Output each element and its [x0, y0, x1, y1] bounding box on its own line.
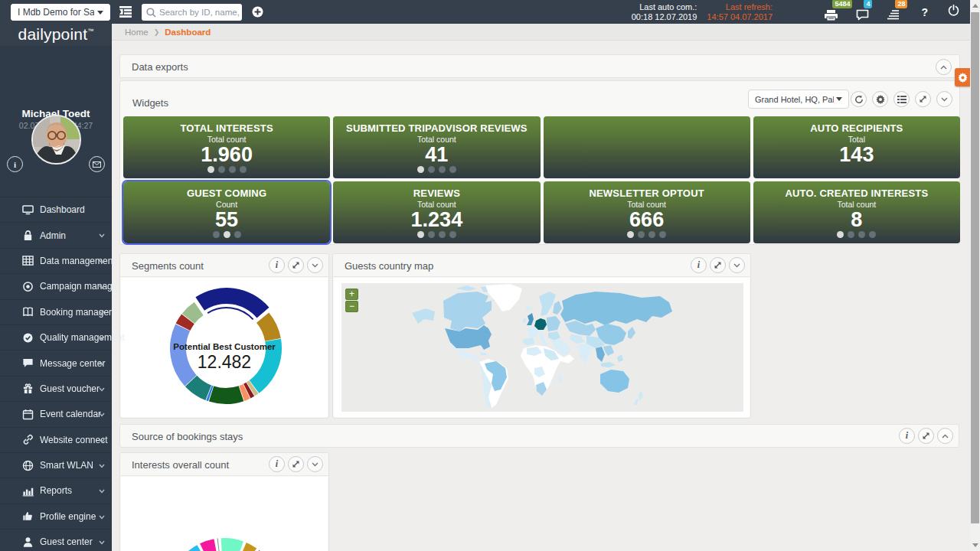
segments-info-button[interactable]: i [269, 257, 285, 273]
bookings-info-button[interactable]: i [899, 428, 915, 444]
carousel-dot[interactable] [439, 231, 446, 238]
interests-expand-button[interactable] [288, 456, 304, 472]
carousel-dot[interactable] [428, 166, 435, 173]
carousel-dot[interactable] [449, 231, 456, 238]
sidebar-item-guest-voucher[interactable]: Guest voucher [0, 377, 112, 402]
carousel-dot[interactable] [848, 231, 854, 238]
help-button[interactable]: ? [921, 6, 928, 18]
sidebar-item-data-management[interactable]: Data management [0, 249, 112, 274]
data-exports-collapse-button[interactable] [936, 59, 952, 75]
settings-tab-button[interactable] [955, 68, 970, 86]
donut-slice-slice-18[interactable] [200, 539, 217, 551]
sidebar-item-website-connect[interactable]: Website connect [0, 428, 112, 453]
carousel-dot[interactable] [659, 231, 666, 238]
sidebar-item-admin[interactable]: Admin [0, 223, 112, 248]
carousel-dot[interactable] [837, 231, 844, 238]
widget-card-total-interests[interactable]: TOTAL INTERESTSTotal count1.960 [123, 116, 330, 178]
carousel-dot[interactable] [207, 166, 214, 173]
map-zoom-in-button[interactable]: + [345, 289, 358, 300]
logo[interactable]: dailypoint™ [0, 24, 112, 46]
widget-card-submitted-tripadvisor-reviews[interactable]: SUBMITTED TRIPADVISOR REVIEWSTotal count… [333, 116, 540, 178]
interests-info-button[interactable]: i [269, 456, 285, 472]
carousel-dot[interactable] [449, 166, 456, 173]
widgets-settings-button[interactable] [872, 91, 888, 107]
breadcrumb-home[interactable]: Home [125, 28, 149, 37]
sidebar-item-reports[interactable]: Reports [0, 478, 112, 504]
carousel-dot[interactable] [858, 231, 865, 238]
donut-slice-slice-19[interactable] [217, 538, 220, 551]
sidebar-item-smart-wlan[interactable]: Smart WLAN [0, 453, 112, 478]
carousel-dot[interactable] [417, 231, 424, 238]
widget-card-guest-coming[interactable]: GUEST COMINGCount55 [123, 181, 330, 243]
carousel-dot[interactable] [218, 166, 225, 173]
donut-slice-Potential Best Customer[interactable] [195, 288, 269, 318]
widgets-list-button[interactable] [893, 91, 910, 107]
carousel-dot[interactable] [638, 231, 645, 238]
segments-collapse-button[interactable] [307, 257, 323, 273]
widget-card-empty[interactable] [544, 116, 750, 178]
widgets-refresh-button[interactable] [851, 91, 867, 107]
widget-card-newsletter-optout[interactable]: NEWSLETTER OPTOUTTotal count666 [544, 181, 750, 243]
widget-card-auto-recipients[interactable]: AUTO RECIPIENTSTotal143 [753, 116, 960, 178]
sidebar-toggle-icon[interactable] [119, 6, 132, 18]
widgets-expand-button[interactable] [915, 91, 931, 107]
sidebar-item-quality-management[interactable]: Quality management [0, 325, 112, 350]
sidebar-item-event-calendar[interactable]: Event calendar [0, 402, 112, 427]
widgets-collapse-button[interactable] [936, 91, 952, 107]
scroll-down-arrow[interactable] [970, 540, 980, 551]
bookings-collapse-button[interactable] [937, 428, 953, 444]
hotel-select[interactable]: Grand Hotel, HQ, Palace Suites [748, 90, 849, 109]
user-info-button[interactable]: i [7, 156, 23, 172]
search-input[interactable] [159, 8, 242, 17]
carousel-dot[interactable] [240, 166, 247, 173]
carousel-dot[interactable] [439, 166, 446, 173]
info-icon: i [906, 430, 908, 442]
logout-button[interactable] [948, 5, 959, 19]
widget-card-value: 1.234 [333, 209, 540, 230]
carousel-dot[interactable] [229, 166, 236, 173]
sidebar-item-dashboard[interactable]: Dashboard [0, 197, 112, 223]
bookings-expand-button[interactable] [918, 428, 934, 444]
carousel-dot[interactable] [213, 231, 220, 238]
carousel-dot[interactable] [234, 231, 241, 238]
messages-button[interactable]: 4 [856, 4, 873, 21]
carousel-dot[interactable] [627, 231, 634, 238]
carousel-dot[interactable] [869, 231, 876, 238]
map-info-button[interactable]: i [691, 257, 707, 273]
widgets-panel: Widgets Grand Hotel, HQ, Palace Suites [119, 80, 960, 245]
sidebar-item-label: Message center [40, 358, 105, 369]
sidebar: dailypoint™ i Michael Toedt 02.07.2019 1… [0, 24, 112, 551]
map-expand-button[interactable] [710, 257, 726, 273]
sidebar-item-message-center[interactable]: Message center [0, 350, 112, 376]
carousel-dot[interactable] [648, 231, 655, 238]
interests-donut-chart[interactable] [121, 477, 329, 551]
scrollbar-thumb[interactable] [971, 12, 979, 523]
site-select[interactable]: I Mdb Demo for Sales [11, 4, 110, 21]
scrollbar[interactable] [970, 0, 980, 551]
map-zoom-out-button[interactable]: − [345, 301, 358, 312]
map-collapse-button[interactable] [729, 257, 745, 273]
add-icon[interactable] [252, 6, 263, 18]
sidebar-item-guest-center[interactable]: Guest center [0, 530, 112, 551]
avatar[interactable] [31, 115, 81, 165]
donut-slice-segment-7[interactable] [209, 386, 243, 404]
carousel-dot[interactable] [224, 231, 230, 238]
donut-slice-segment-2[interactable] [256, 312, 281, 341]
user-mail-button[interactable] [89, 156, 105, 172]
expand-icon [919, 95, 927, 103]
sidebar-item-campaign-manager[interactable]: Campaign manager [0, 274, 112, 299]
segments-expand-button[interactable] [288, 257, 304, 273]
interests-collapse-button[interactable] [307, 456, 323, 472]
sidebar-item-booking-manager[interactable]: Booking manager [0, 300, 112, 325]
sidebar-item-profile-engine[interactable]: Profile engine [0, 504, 112, 530]
donut-slice-slice-1[interactable] [221, 538, 243, 551]
world-map[interactable]: + − [341, 283, 743, 412]
widget-card-auto-created-interests[interactable]: AUTO. CREATED INTERESTSTotal count8 [753, 181, 960, 243]
scroll-up-arrow[interactable] [970, 0, 980, 11]
tasks-button[interactable]: 28 [887, 4, 904, 21]
carousel-dot[interactable] [428, 231, 435, 238]
carousel-dot[interactable] [417, 166, 424, 173]
widget-card-reviews[interactable]: REVIEWSTotal count1.234 [333, 181, 540, 243]
print-jobs-button[interactable]: 5484 [825, 4, 841, 21]
topbar-status: Last auto com.: 00:18 12.07.2019 Last re… [632, 0, 773, 24]
